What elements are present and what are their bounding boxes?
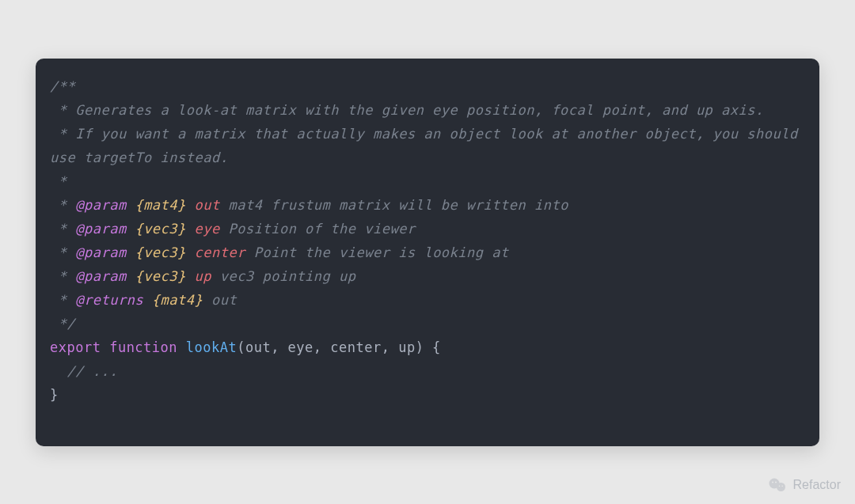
doc-comment-desc1: * Generates a look-at matrix with the gi… (50, 102, 764, 118)
svg-point-4 (778, 485, 780, 487)
svg-point-3 (775, 482, 777, 483)
doc-comment-end: */ (50, 316, 75, 332)
wechat-icon (768, 476, 787, 495)
function-body-ellipsis: // ... (50, 363, 118, 379)
svg-point-1 (777, 483, 785, 491)
svg-point-2 (772, 482, 773, 483)
doc-comment-desc2: * If you want a matrix that actually mak… (50, 126, 806, 165)
function-close-brace: } (50, 387, 59, 403)
function-signature: export function lookAt(out, eye, center,… (50, 335, 805, 359)
doc-comment-start: /** (50, 78, 75, 94)
watermark: Refactor (768, 476, 841, 495)
doc-param-out: * @param {mat4} out mat4 frustum matrix … (50, 193, 805, 217)
doc-returns: * @returns {mat4} out (50, 288, 805, 312)
watermark-label: Refactor (793, 478, 841, 492)
doc-param-up: * @param {vec3} up vec3 pointing up (50, 264, 805, 288)
svg-point-5 (781, 485, 783, 487)
code-block: /** * Generates a look-at matrix with th… (36, 59, 819, 446)
doc-comment-blank: * (50, 173, 67, 189)
doc-param-eye: * @param {vec3} eye Position of the view… (50, 217, 805, 241)
doc-param-center: * @param {vec3} center Point the viewer … (50, 241, 805, 264)
